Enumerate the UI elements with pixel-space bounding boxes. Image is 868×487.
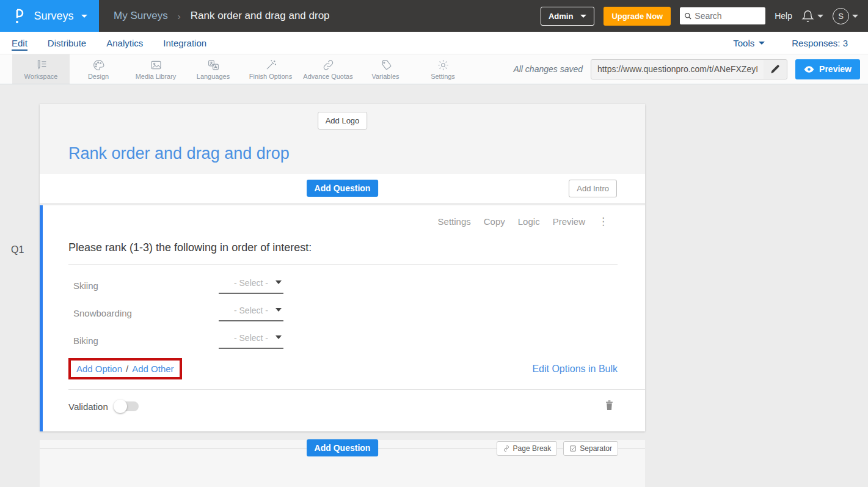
edit-url-button[interactable] (764, 60, 787, 79)
breadcrumb: My Surveys › Rank order and drag and dro… (114, 10, 330, 22)
survey-header-section: Add Logo Rank order and drag and drop (40, 104, 645, 174)
add-question-intro-row: Add Question Add Intro (40, 174, 645, 203)
chevron-down-icon (580, 15, 586, 18)
chevron-down-icon (817, 15, 823, 18)
advance-quotas-icon (322, 59, 335, 71)
breadcrumb-separator: › (178, 11, 181, 21)
select-placeholder: - Select - (234, 306, 268, 315)
languages-icon (207, 59, 220, 71)
toolbar-item-variables[interactable]: Variables (357, 54, 414, 84)
validation-label: Validation (68, 401, 108, 412)
tools-dropdown[interactable]: Tools (733, 38, 765, 48)
tab-analytics[interactable]: Analytics (106, 38, 143, 48)
subnav-right: Tools Responses: 3 (733, 38, 856, 48)
add-logo-button[interactable]: Add Logo (318, 112, 368, 130)
autosave-status: All changes saved (513, 64, 583, 74)
variables-icon (379, 59, 392, 71)
notifications-menu[interactable] (801, 10, 823, 23)
survey-card: Add Logo Rank order and drag and drop Ad… (40, 104, 645, 431)
editor-toolbar: Workspace Design Media Library Languages… (0, 54, 868, 84)
questionpro-logo-icon (12, 8, 26, 24)
toolbar-item-settings[interactable]: Settings (414, 54, 472, 84)
chevron-down-icon (275, 308, 282, 312)
toolbar-item-workspace[interactable]: Workspace (12, 54, 70, 84)
kebab-menu-icon[interactable]: ⋮ (598, 215, 608, 228)
option-label[interactable]: Skiing (73, 280, 219, 291)
page-break-label: Page Break (513, 444, 552, 453)
search-input[interactable] (695, 11, 761, 21)
validation-toggle[interactable] (114, 401, 139, 411)
workspace-icon (35, 59, 48, 71)
tab-edit[interactable]: Edit (12, 38, 27, 48)
upgrade-now-button[interactable]: Upgrade Now (604, 7, 671, 26)
chevron-down-icon (275, 280, 282, 284)
avatar: S (833, 8, 849, 24)
select-placeholder: - Select - (234, 278, 268, 288)
tab-distribute-label: Distribute (48, 38, 86, 48)
toggle-knob (114, 400, 127, 413)
add-intro-button[interactable]: Add Intro (569, 180, 617, 197)
toolbar-item-label: Advance Quotas (303, 73, 352, 80)
help-link[interactable]: Help (775, 11, 792, 21)
surveys-menu[interactable]: Surveys (0, 0, 99, 32)
question-settings-link[interactable]: Settings (438, 216, 471, 227)
design-icon (92, 59, 105, 71)
option-row-skiing: Skiing - Select - (73, 272, 618, 299)
search-box[interactable] (680, 7, 765, 24)
page-break-button[interactable]: Page Break (497, 441, 558, 456)
survey-url-group (591, 59, 787, 79)
top-header: Surveys My Surveys › Rank order and drag… (0, 0, 868, 32)
add-question-button-bottom[interactable]: Add Question (307, 439, 379, 456)
option-row-biking: Biking - Select - (73, 327, 618, 354)
toolbar-item-advance-quotas[interactable]: Advance Quotas (299, 54, 357, 84)
pencil-icon (770, 64, 780, 74)
option-label[interactable]: Snowboarding (73, 308, 219, 318)
question-preview-link[interactable]: Preview (553, 216, 585, 227)
tab-integration-label: Integration (163, 38, 206, 48)
product-name: Surveys (34, 10, 73, 23)
rank-select-biking[interactable]: - Select - (219, 332, 283, 349)
account-menu[interactable]: S (833, 8, 858, 24)
page-controls: Page Break Separator (497, 441, 618, 456)
tab-distribute[interactable]: Distribute (48, 38, 86, 48)
chevron-down-icon (759, 42, 765, 45)
responses-count[interactable]: Responses: 3 (792, 38, 848, 48)
toolbar-item-design[interactable]: Design (70, 54, 127, 84)
admin-label: Admin (549, 12, 573, 21)
survey-url-input[interactable] (591, 60, 764, 79)
toolbar-right: All changes saved Preview (513, 54, 868, 84)
option-label[interactable]: Biking (73, 335, 219, 346)
question-copy-link[interactable]: Copy (484, 216, 505, 227)
rank-select-skiing[interactable]: - Select - (219, 277, 283, 294)
validation-row: Validation (68, 389, 645, 424)
admin-dropdown[interactable]: Admin (541, 7, 594, 26)
checkbox-checked-icon (569, 445, 577, 452)
delete-question-button[interactable] (604, 400, 615, 413)
separator-button[interactable]: Separator (563, 441, 618, 456)
chevron-down-icon (275, 335, 282, 339)
add-option-link[interactable]: Add Option (76, 364, 122, 374)
toolbar-item-languages[interactable]: Languages (184, 54, 242, 84)
toolbar-item-finish-options[interactable]: Finish Options (242, 54, 299, 84)
tab-edit-label: Edit (12, 38, 27, 51)
question-block-q1: Settings Copy Logic Preview ⋮ Please ran… (40, 205, 645, 431)
search-icon (684, 12, 691, 20)
settings-icon (437, 59, 450, 71)
finish-options-icon (264, 59, 277, 71)
rank-select-snowboarding[interactable]: - Select - (219, 305, 283, 321)
toolbar-item-label: Languages (197, 73, 230, 80)
question-text[interactable]: Please rank (1-3) the following in order… (68, 241, 618, 265)
slash-separator: / (126, 364, 128, 374)
preview-button[interactable]: Preview (795, 59, 860, 79)
add-other-link[interactable]: Add Other (132, 364, 173, 374)
edit-options-in-bulk-link[interactable]: Edit Options in Bulk (532, 364, 618, 375)
tab-integration[interactable]: Integration (163, 38, 206, 48)
toolbar-item-media-library[interactable]: Media Library (127, 54, 184, 84)
breadcrumb-current-survey: Rank order and drag and drop (191, 10, 330, 22)
question-logic-link[interactable]: Logic (518, 216, 540, 227)
select-placeholder: - Select - (234, 333, 268, 343)
survey-title[interactable]: Rank order and drag and drop (68, 144, 290, 163)
add-question-button-top[interactable]: Add Question (307, 180, 379, 197)
option-row-snowboarding: Snowboarding - Select - (73, 299, 618, 327)
breadcrumb-my-surveys[interactable]: My Surveys (114, 10, 168, 22)
